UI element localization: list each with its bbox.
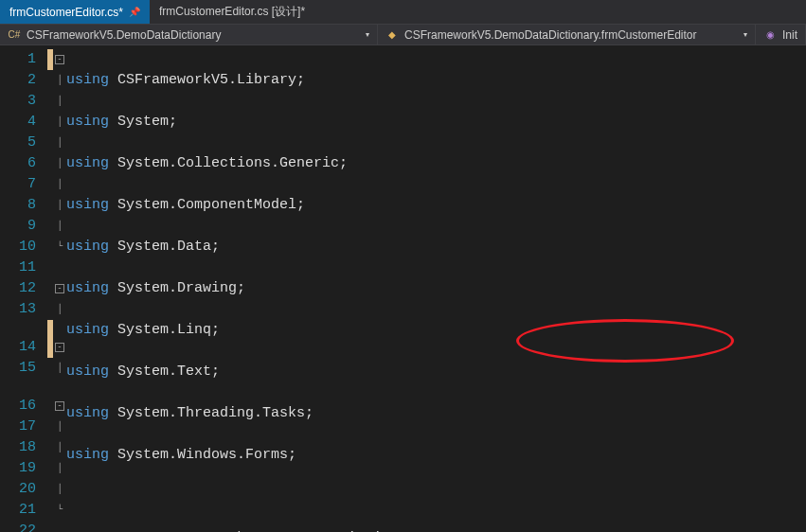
code-line: using System.Data;: [66, 237, 806, 257]
code-line: [66, 487, 806, 507]
tab-designer[interactable]: frmCustomerEditor.cs [设计]*: [150, 0, 314, 24]
code-line: using System.Threading.Tasks;: [66, 403, 806, 424]
tab-label: frmCustomerEditor.cs*: [9, 6, 123, 19]
line-number-gutter: 1 2 3 4 5 6 7 8 9 10 11 12 13 14 15 16 1…: [0, 45, 47, 532]
navigation-bar: C# CSFrameworkV5.DemoDataDictionary ▾ ◆ …: [0, 25, 806, 45]
code-line: using System.Drawing;: [66, 278, 806, 299]
nav-namespace-label: CSFrameworkV5.DemoDataDictionary: [27, 28, 221, 42]
tab-active[interactable]: frmCustomerEditor.cs* 📌: [0, 0, 150, 24]
nav-member[interactable]: ◉ Init: [756, 25, 806, 44]
code-line: using System;: [66, 112, 806, 133]
fold-column: - │ │ │ │ │ │ │ │ └ - │ - │ - │ │ │ │ └: [53, 45, 66, 532]
fold-toggle[interactable]: -: [55, 343, 64, 352]
fold-toggle[interactable]: -: [55, 55, 64, 64]
pin-icon[interactable]: 📌: [129, 7, 140, 17]
nav-member-label: Init: [782, 28, 797, 42]
nav-class[interactable]: ◆ CSFrameworkV5.DemoDataDictionary.frmCu…: [378, 25, 756, 44]
nav-namespace[interactable]: C# CSFrameworkV5.DemoDataDictionary ▾: [0, 25, 378, 44]
code-line: using System.Windows.Forms;: [66, 445, 806, 466]
fold-toggle[interactable]: -: [55, 401, 64, 411]
code-area[interactable]: using CSFrameworkV5.Library; using Syste…: [66, 45, 806, 532]
code-line: using System.Text;: [66, 362, 806, 382]
code-line: using System.ComponentModel;: [66, 195, 806, 216]
code-editor[interactable]: 1 2 3 4 5 6 7 8 9 10 11 12 13 14 15 16 1…: [0, 45, 806, 532]
code-line: using CSFrameworkV5.Library;: [66, 70, 806, 91]
chevron-down-icon: ▾: [743, 30, 747, 39]
nav-class-label: CSFrameworkV5.DemoDataDictionary.frmCust…: [404, 28, 697, 42]
method-icon: ◉: [763, 28, 777, 42]
csharp-icon: C#: [8, 28, 21, 42]
fold-toggle[interactable]: -: [55, 284, 64, 293]
code-line: using System.Linq;: [66, 320, 806, 341]
chevron-down-icon: ▾: [366, 30, 369, 39]
tab-label: frmCustomerEditor.cs [设计]*: [159, 4, 305, 20]
document-tabs: frmCustomerEditor.cs* 📌 frmCustomerEdito…: [0, 0, 806, 25]
class-icon: ◆: [385, 28, 399, 42]
code-line: using System.Collections.Generic;: [66, 153, 806, 174]
code-line: namespace CSFrameworkV5.DemoDataDictiona…: [66, 528, 806, 532]
